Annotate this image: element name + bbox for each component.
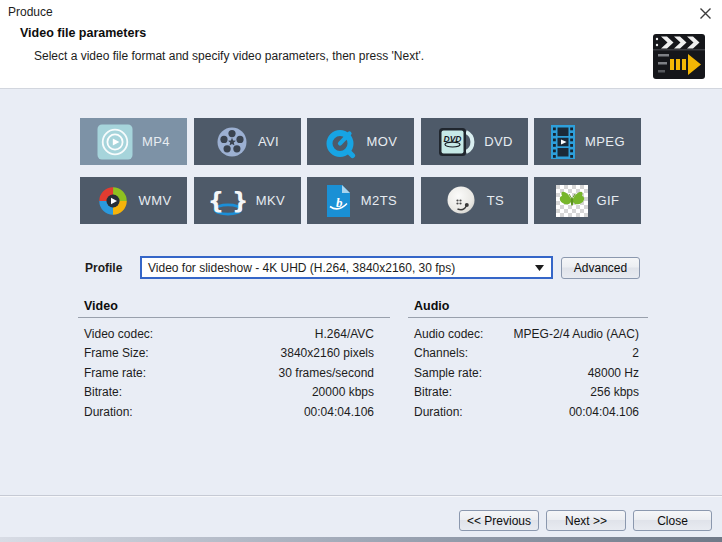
format-tile-dvd[interactable]: DVD DVD bbox=[421, 118, 528, 165]
detail-label: Bitrate: bbox=[84, 385, 122, 399]
detail-label: Duration: bbox=[84, 405, 133, 419]
format-tile-m2ts[interactable]: b M2TS bbox=[307, 177, 414, 224]
detail-value: 00:04:04.106 bbox=[304, 405, 374, 419]
divider bbox=[408, 317, 648, 318]
profile-dropdown-value: Video for slideshow - 4K UHD (H.264, 384… bbox=[148, 261, 455, 275]
detail-label: Audio codec: bbox=[414, 327, 483, 341]
previous-button[interactable]: << Previous bbox=[459, 510, 539, 531]
format-label: M2TS bbox=[361, 193, 397, 208]
advanced-button[interactable]: Advanced bbox=[561, 257, 640, 279]
m2ts-bluray-icon: b bbox=[324, 183, 352, 219]
close-button[interactable]: Close bbox=[633, 510, 712, 531]
detail-row: Video codec: H.264/AVC bbox=[78, 327, 390, 346]
detail-value: 00:04:04.106 bbox=[569, 405, 639, 419]
profile-label: Profile bbox=[85, 261, 122, 275]
detail-row: Sample rate: 48000 Hz bbox=[408, 366, 648, 385]
page-title: Video file parameters bbox=[20, 26, 146, 40]
avi-film-reel-icon bbox=[215, 125, 249, 159]
detail-row: Frame rate: 30 frames/second bbox=[78, 366, 390, 385]
detail-label: Duration: bbox=[414, 405, 463, 419]
format-label: MP4 bbox=[142, 134, 170, 149]
detail-value: H.264/AVC bbox=[315, 327, 374, 341]
chevron-down-icon bbox=[535, 265, 544, 271]
format-label: DVD bbox=[484, 134, 513, 149]
ts-satellite-icon bbox=[444, 184, 478, 218]
mp4-icon bbox=[97, 124, 133, 160]
detail-row: Channels: 2 bbox=[408, 346, 648, 365]
format-label: AVI bbox=[258, 134, 279, 149]
detail-value: 3840x2160 pixels bbox=[281, 346, 374, 360]
format-tile-mpeg[interactable]: MPEG bbox=[534, 118, 641, 165]
detail-label: Bitrate: bbox=[414, 385, 452, 399]
format-grid: MP4 AVI MOV bbox=[80, 118, 641, 224]
footer-divider bbox=[0, 495, 722, 497]
detail-row: Audio codec: MPEG-2/4 Audio (AAC) bbox=[408, 327, 648, 346]
detail-label: Frame rate: bbox=[84, 366, 146, 380]
format-tile-wmv[interactable]: WMV bbox=[80, 177, 187, 224]
gif-butterfly-icon bbox=[556, 185, 588, 217]
detail-label: Frame Size: bbox=[84, 346, 149, 360]
format-label: MOV bbox=[367, 134, 398, 149]
close-icon[interactable] bbox=[699, 7, 712, 20]
format-label: GIF bbox=[597, 193, 620, 208]
detail-value: 2 bbox=[632, 346, 639, 360]
produce-dialog: Produce Video file parameters Select a v… bbox=[0, 0, 722, 542]
format-tile-mov[interactable]: MOV bbox=[307, 118, 414, 165]
format-label: WMV bbox=[139, 193, 172, 208]
detail-label: Video codec: bbox=[84, 327, 153, 341]
video-details-section: Video Video codec: H.264/AVC Frame Size:… bbox=[78, 299, 390, 424]
detail-value: 30 frames/second bbox=[279, 366, 374, 380]
next-button[interactable]: Next >> bbox=[546, 510, 626, 531]
format-tile-mkv[interactable]: { } MKV bbox=[194, 177, 301, 224]
detail-value: 48000 Hz bbox=[588, 366, 639, 380]
format-label: TS bbox=[487, 193, 504, 208]
detail-label: Channels: bbox=[414, 346, 468, 360]
mpeg-filmstrip-icon bbox=[550, 124, 576, 160]
detail-row: Duration: 00:04:04.106 bbox=[78, 405, 390, 424]
clapperboard-icon bbox=[653, 31, 709, 81]
format-tile-mp4[interactable]: MP4 bbox=[80, 118, 187, 165]
mkv-braces-icon: { } bbox=[209, 184, 247, 218]
window-title: Produce bbox=[8, 5, 53, 19]
svg-text:{ }: { } bbox=[209, 187, 247, 213]
mov-quicktime-icon bbox=[324, 125, 358, 159]
format-tile-gif[interactable]: GIF bbox=[534, 177, 641, 224]
audio-details-section: Audio Audio codec: MPEG-2/4 Audio (AAC) … bbox=[408, 299, 648, 424]
audio-heading: Audio bbox=[408, 299, 648, 313]
detail-row: Bitrate: 256 kbps bbox=[408, 385, 648, 404]
detail-row: Frame Size: 3840x2160 pixels bbox=[78, 346, 390, 365]
detail-label: Sample rate: bbox=[414, 366, 482, 380]
format-label: MPEG bbox=[585, 134, 625, 149]
dvd-disc-icon: DVD bbox=[435, 125, 475, 159]
detail-row: Duration: 00:04:04.106 bbox=[408, 405, 648, 424]
wmv-color-wheel-icon bbox=[96, 184, 130, 218]
format-tile-avi[interactable]: AVI bbox=[194, 118, 301, 165]
detail-row: Bitrate: 20000 kbps bbox=[78, 385, 390, 404]
video-heading: Video bbox=[78, 299, 390, 313]
profile-dropdown[interactable]: Video for slideshow - 4K UHD (H.264, 384… bbox=[140, 256, 553, 279]
detail-value: 256 kbps bbox=[590, 385, 639, 399]
window-bottom-edge bbox=[0, 537, 722, 542]
detail-value: MPEG-2/4 Audio (AAC) bbox=[514, 327, 639, 341]
detail-value: 20000 kbps bbox=[312, 385, 374, 399]
format-tile-ts[interactable]: TS bbox=[421, 177, 528, 224]
format-label: MKV bbox=[256, 193, 285, 208]
page-subtitle: Select a video file format and specify v… bbox=[34, 49, 424, 63]
divider bbox=[78, 317, 390, 318]
